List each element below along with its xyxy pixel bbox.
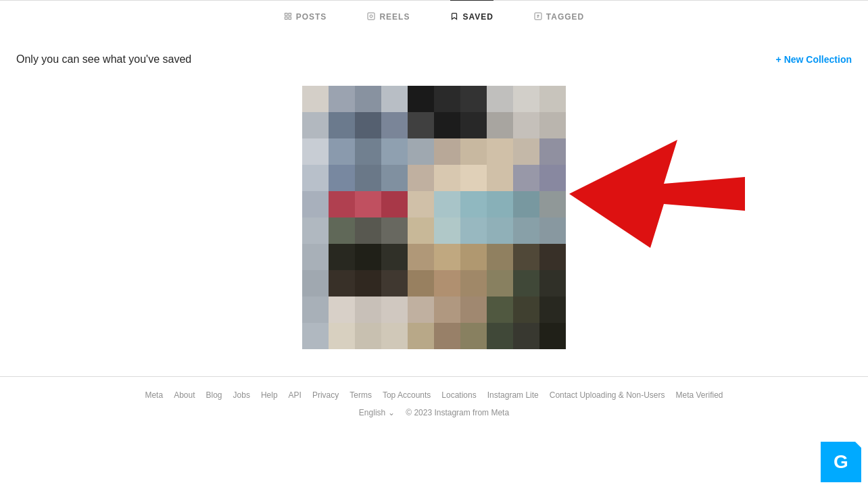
footer-link-about[interactable]: About: [174, 390, 195, 400]
footer-bottom: English ⌄ © 2023 Instagram from Meta: [359, 408, 509, 417]
svg-rect-14: [487, 86, 513, 112]
saved-icon: [450, 11, 458, 22]
svg-rect-81: [408, 270, 434, 297]
svg-rect-12: [434, 86, 460, 112]
svg-rect-75: [513, 244, 539, 270]
svg-rect-71: [408, 244, 434, 270]
svg-rect-10: [381, 86, 408, 112]
footer-link-help[interactable]: Help: [261, 390, 278, 400]
svg-rect-88: [329, 297, 355, 323]
svg-rect-36: [539, 138, 566, 165]
svg-rect-38: [329, 165, 355, 191]
svg-rect-35: [513, 138, 539, 165]
svg-rect-101: [408, 323, 434, 349]
svg-rect-50: [381, 191, 408, 217]
saved-notice-text: Only you can see what you've saved: [16, 53, 191, 66]
svg-point-5: [370, 15, 372, 18]
svg-rect-76: [539, 244, 566, 270]
footer-link-instagram-lite[interactable]: Instagram Lite: [487, 390, 539, 400]
svg-rect-30: [381, 138, 408, 165]
footer-link-terms[interactable]: Terms: [349, 390, 372, 400]
svg-rect-51: [408, 191, 434, 217]
svg-rect-19: [355, 112, 381, 138]
svg-rect-80: [381, 270, 408, 297]
svg-rect-23: [460, 112, 487, 138]
svg-marker-107: [569, 140, 745, 248]
svg-rect-57: [302, 217, 329, 244]
tab-posts[interactable]: POSTS: [284, 0, 327, 33]
svg-rect-54: [487, 191, 513, 217]
svg-rect-95: [513, 297, 539, 323]
svg-rect-42: [434, 165, 460, 191]
svg-rect-58: [329, 217, 355, 244]
svg-rect-17: [302, 112, 329, 138]
tab-tagged[interactable]: TAGGED: [534, 0, 584, 33]
svg-rect-93: [460, 297, 487, 323]
svg-rect-44: [487, 165, 513, 191]
svg-rect-82: [434, 270, 460, 297]
svg-rect-40: [381, 165, 408, 191]
footer: Meta About Blog Jobs Help API Privacy Te…: [0, 376, 868, 424]
footer-link-top-accounts[interactable]: Top Accounts: [383, 390, 431, 400]
svg-rect-64: [487, 217, 513, 244]
svg-rect-46: [539, 165, 566, 191]
svg-rect-37: [302, 165, 329, 191]
svg-rect-31: [408, 138, 434, 165]
svg-rect-20: [381, 112, 408, 138]
gadget-logo: G: [821, 442, 861, 482]
footer-link-jobs[interactable]: Jobs: [233, 390, 250, 400]
saved-preview-image: [302, 86, 566, 349]
tab-saved[interactable]: SAVED: [450, 0, 493, 33]
footer-link-api[interactable]: API: [289, 390, 302, 400]
svg-rect-43: [460, 165, 487, 191]
svg-rect-2: [285, 17, 287, 20]
language-selector[interactable]: English ⌄: [359, 408, 395, 417]
tab-reels-label: REELS: [379, 12, 410, 22]
svg-rect-0: [285, 14, 287, 16]
svg-rect-67: [302, 244, 329, 270]
svg-rect-72: [434, 244, 460, 270]
footer-link-locations[interactable]: Locations: [441, 390, 476, 400]
svg-rect-4: [368, 13, 375, 20]
svg-rect-91: [408, 297, 434, 323]
svg-rect-68: [329, 244, 355, 270]
svg-rect-15: [513, 86, 539, 112]
chevron-down-icon: ⌄: [388, 408, 395, 417]
svg-rect-73: [460, 244, 487, 270]
main-content: [0, 79, 868, 376]
svg-rect-79: [355, 270, 381, 297]
svg-rect-100: [381, 323, 408, 349]
svg-rect-34: [487, 138, 513, 165]
svg-rect-49: [355, 191, 381, 217]
footer-link-blog[interactable]: Blog: [206, 390, 222, 400]
language-label: English: [359, 408, 385, 417]
reels-icon: [367, 11, 375, 22]
svg-rect-84: [487, 270, 513, 297]
svg-rect-102: [434, 323, 460, 349]
new-collection-button[interactable]: + New Collection: [776, 54, 852, 65]
svg-rect-89: [355, 297, 381, 323]
tab-posts-label: POSTS: [296, 12, 327, 22]
svg-rect-47: [302, 191, 329, 217]
footer-link-meta[interactable]: Meta: [145, 390, 163, 400]
svg-rect-65: [513, 217, 539, 244]
svg-rect-9: [355, 86, 381, 112]
svg-rect-92: [434, 297, 460, 323]
svg-rect-77: [302, 270, 329, 297]
footer-link-privacy[interactable]: Privacy: [312, 390, 339, 400]
svg-rect-61: [408, 217, 434, 244]
svg-rect-78: [329, 270, 355, 297]
svg-rect-98: [329, 323, 355, 349]
footer-link-contact[interactable]: Contact Uploading & Non-Users: [550, 390, 665, 400]
svg-rect-27: [302, 138, 329, 165]
tab-reels[interactable]: REELS: [367, 0, 410, 33]
svg-rect-69: [355, 244, 381, 270]
posts-icon: [284, 11, 292, 22]
red-arrow: [569, 133, 745, 257]
svg-rect-97: [302, 323, 329, 349]
footer-link-meta-verified[interactable]: Meta Verified: [676, 390, 723, 400]
svg-rect-94: [487, 297, 513, 323]
svg-rect-33: [460, 138, 487, 165]
tagged-icon: [534, 11, 542, 22]
svg-rect-63: [460, 217, 487, 244]
